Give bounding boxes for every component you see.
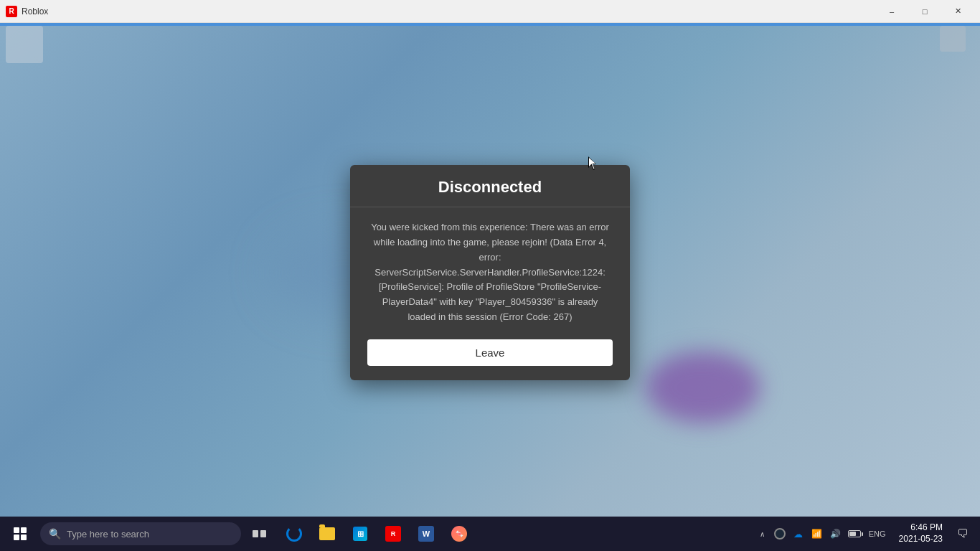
title-bar-controls: – □ ✕ bbox=[875, 0, 974, 23]
onedrive-tray-icon[interactable]: ☁ bbox=[790, 519, 807, 548]
volume-icon: 🔊 bbox=[830, 529, 841, 539]
clock-time: 6:46 PM bbox=[910, 522, 943, 534]
language-indicator[interactable]: ENG bbox=[864, 519, 890, 548]
volume-tray-icon[interactable]: 🔊 bbox=[827, 519, 844, 548]
app-icon: R bbox=[6, 6, 17, 17]
lang-text: ENG bbox=[869, 529, 886, 538]
leave-button[interactable]: Leave bbox=[367, 339, 613, 366]
roblox-icon: R bbox=[385, 526, 401, 542]
taskbar-apps: ⊞ R W 🍬 bbox=[278, 517, 475, 551]
search-icon: 🔍 bbox=[49, 528, 61, 540]
store-icon: ⊞ bbox=[353, 527, 367, 541]
onedrive-icon: ☁ bbox=[793, 529, 803, 540]
dialog-message: You were kicked from this experience: Th… bbox=[367, 220, 613, 325]
clock-date: 2021-05-23 bbox=[899, 534, 943, 545]
taskbar-explorer[interactable] bbox=[311, 518, 343, 550]
maximize-button[interactable]: □ bbox=[908, 0, 941, 23]
battery-icon bbox=[848, 530, 861, 537]
dialog-title-area: Disconnected bbox=[350, 165, 630, 207]
tray-expand-button[interactable]: ∧ bbox=[755, 519, 770, 548]
windows-logo-icon bbox=[14, 527, 27, 540]
loading-bar bbox=[0, 23, 980, 26]
wifi-icon: 📶 bbox=[811, 529, 822, 539]
taskbar-search[interactable]: 🔍 Type here to search bbox=[40, 522, 241, 545]
title-bar-text: Roblox bbox=[22, 6, 875, 17]
system-tray: ∧ ☁ 📶 🔊 ENG bbox=[753, 519, 893, 548]
steam-icon bbox=[774, 528, 786, 540]
file-explorer-icon bbox=[319, 527, 335, 540]
notification-button[interactable]: 🗨 bbox=[948, 517, 977, 551]
word-icon: W bbox=[418, 526, 434, 542]
start-button[interactable] bbox=[3, 517, 37, 551]
search-placeholder-text: Type here to search bbox=[67, 529, 149, 540]
dialog-title: Disconnected bbox=[367, 178, 613, 197]
notification-icon: 🗨 bbox=[957, 527, 969, 540]
title-bar: R Roblox – □ ✕ bbox=[0, 0, 980, 23]
taskbar-candy-app[interactable]: 🍬 bbox=[443, 518, 475, 550]
taskbar-clock[interactable]: 6:46 PM 2021-05-23 bbox=[893, 517, 948, 551]
network-tray-icon[interactable]: 📶 bbox=[809, 519, 826, 548]
dialog-body: You were kicked from this experience: Th… bbox=[350, 207, 630, 339]
battery-tray-icon[interactable] bbox=[846, 519, 863, 548]
taskbar-store[interactable]: ⊞ bbox=[344, 518, 376, 550]
taskbar: 🔍 Type here to search ⊞ R W bbox=[0, 517, 980, 551]
close-button[interactable]: ✕ bbox=[941, 0, 974, 23]
task-view-icon bbox=[253, 528, 267, 540]
taskbar-edge[interactable] bbox=[278, 518, 310, 550]
disconnected-dialog: Disconnected You were kicked from this e… bbox=[350, 165, 630, 380]
taskbar-word[interactable]: W bbox=[410, 518, 442, 550]
dialog-overlay: Disconnected You were kicked from this e… bbox=[0, 23, 980, 522]
steam-tray-icon[interactable] bbox=[771, 519, 788, 548]
edge-icon bbox=[286, 526, 302, 542]
taskbar-roblox[interactable]: R bbox=[377, 518, 409, 550]
task-view-button[interactable] bbox=[244, 518, 275, 550]
minimize-button[interactable]: – bbox=[875, 0, 908, 23]
candy-icon: 🍬 bbox=[451, 526, 467, 542]
